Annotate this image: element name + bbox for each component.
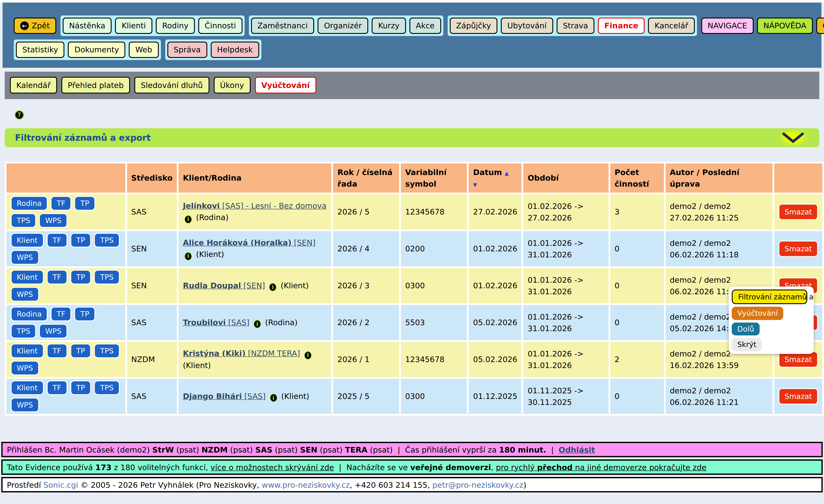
- row-wps-button[interactable]: WPS: [11, 361, 39, 375]
- row-tp-button[interactable]: TP: [70, 343, 91, 358]
- row-tp-button[interactable]: TP: [75, 306, 95, 321]
- footer-link[interactable]: pro rychlý: [496, 463, 537, 472]
- nav-item-nastenka[interactable]: Nástěnka: [63, 18, 112, 34]
- tab-sledovani-dluhu[interactable]: Sledování dluhů: [134, 77, 209, 94]
- tab-ukony[interactable]: Úkony: [213, 77, 250, 94]
- info-icon[interactable]: i: [185, 215, 192, 224]
- obdobi-cell: 01.01.2026 -> 31.01.2026: [523, 305, 609, 340]
- nav-item-helpdesk[interactable]: Helpdesk: [210, 41, 259, 58]
- sort-descending-icon[interactable]: ▼: [473, 182, 477, 187]
- delete-button[interactable]: Smazat: [779, 204, 818, 220]
- nav-item-zapujcky[interactable]: Zápůjčky: [449, 18, 497, 34]
- tab-vyuctovani-active[interactable]: Vyúčtování: [255, 77, 316, 94]
- sort-ascending-icon[interactable]: ▲: [505, 170, 509, 176]
- footer-link[interactable]: Odhlásit: [558, 445, 595, 454]
- table-row: Rodina TF TP TPS WPS SAS Troubilovi [SAS…: [6, 305, 822, 340]
- row-tps-button[interactable]: TPS: [94, 343, 120, 358]
- row-tp-button[interactable]: TP: [70, 233, 91, 247]
- row-type-button[interactable]: Rodina: [11, 306, 47, 321]
- row-tf-button[interactable]: TF: [50, 196, 71, 211]
- row-tf-button[interactable]: TF: [46, 380, 67, 395]
- navigation-button[interactable]: NAVIGACE: [701, 18, 753, 34]
- nav-item-kancelar[interactable]: Kancelář: [648, 18, 695, 34]
- row-wps-button[interactable]: WPS: [11, 397, 39, 412]
- footer-link[interactable]: na jiné demoverze pokračujte zde: [573, 463, 706, 472]
- client-link[interactable]: Troubilovi [SAS]: [183, 318, 249, 327]
- row-tps-button[interactable]: TPS: [94, 380, 120, 395]
- table-row: Rodina TF TP TPS WPS SAS Jelínkovi [SAS]…: [6, 194, 822, 229]
- delete-button[interactable]: Smazat: [779, 240, 818, 257]
- context-menu-item-skryt[interactable]: Skrýt: [732, 338, 762, 351]
- row-tps-button[interactable]: TPS: [94, 270, 120, 284]
- footer-link[interactable]: www.pro-neziskovky.cz: [262, 480, 350, 489]
- nav-item-ubytovani[interactable]: Ubytování: [501, 18, 553, 34]
- nav-item-finance-active[interactable]: Finance: [598, 18, 645, 34]
- row-type-button[interactable]: Klient: [11, 233, 43, 247]
- chevron-down-icon[interactable]: [778, 129, 808, 146]
- row-type-button[interactable]: Rodina: [11, 196, 47, 211]
- row-tf-button[interactable]: TF: [46, 233, 67, 247]
- help-button[interactable]: NÁPOVĚDA: [757, 18, 813, 34]
- info-icon[interactable]: i: [269, 283, 277, 291]
- info-icon[interactable]: i: [253, 320, 261, 328]
- nav-row-1: ← Zpět Nástěnka Klienti Rodiny Činnosti …: [14, 15, 821, 36]
- logout-button[interactable]: ODHLÁSIT: [816, 18, 824, 34]
- row-type-button[interactable]: Klient: [11, 270, 43, 284]
- info-icon[interactable]: i: [185, 252, 192, 260]
- client-link[interactable]: Django Bihári [SAS]: [183, 392, 266, 401]
- row-tps-button[interactable]: TPS: [11, 213, 36, 228]
- row-tp-button[interactable]: TP: [70, 270, 91, 284]
- nav-item-kurzy[interactable]: Kurzy: [372, 18, 406, 34]
- row-tp-button[interactable]: TP: [75, 196, 95, 211]
- table-row: Klient TF TP TPS WPS SEN Alice Horáková …: [6, 231, 822, 266]
- row-tf-button[interactable]: TF: [46, 343, 67, 358]
- nav-item-akce[interactable]: Akce: [409, 18, 441, 34]
- row-tp-button[interactable]: TP: [70, 380, 91, 395]
- nav-item-organizer[interactable]: Organizér: [318, 18, 368, 34]
- row-type-button[interactable]: Klient: [11, 343, 43, 358]
- row-wps-button[interactable]: WPS: [39, 213, 68, 228]
- rok-rada-cell: 2026 / 3: [333, 268, 399, 303]
- row-type-button[interactable]: Klient: [11, 380, 43, 395]
- client-link[interactable]: Rudla Doupal [SEN]: [183, 281, 265, 290]
- row-wps-button[interactable]: WPS: [11, 250, 39, 264]
- delete-button[interactable]: Smazat: [779, 388, 818, 404]
- row-tps-button[interactable]: TPS: [94, 233, 120, 247]
- nav-item-zamestnanci[interactable]: Zaměstnanci: [251, 18, 314, 34]
- client-link[interactable]: Jelínkovi [SAS] - Lesní - Bez domova: [183, 202, 327, 211]
- nav-item-statistiky[interactable]: Statistiky: [16, 41, 65, 58]
- nav-item-rodiny[interactable]: Rodiny: [156, 18, 195, 34]
- row-tps-button[interactable]: TPS: [11, 324, 36, 338]
- footer-link[interactable]: petr@pro-neziskovky.cz: [432, 480, 523, 489]
- client-kind-label: (Klient): [183, 361, 211, 370]
- tab-kalendar[interactable]: Kalendář: [10, 77, 57, 94]
- row-tf-button[interactable]: TF: [50, 306, 71, 321]
- context-menu-item-dolu[interactable]: Dolů: [732, 323, 760, 336]
- stredisko-cell: NZDM: [127, 342, 177, 377]
- nav-item-cinnosti[interactable]: Činnosti: [198, 18, 242, 34]
- nav-item-klienti[interactable]: Klienti: [115, 18, 152, 34]
- client-link[interactable]: Kristýna (Kiki) [NZDM TERA]: [183, 349, 300, 358]
- row-wps-button[interactable]: WPS: [11, 287, 39, 301]
- context-menu-item-filtrovani[interactable]: Filtrování záznamů a: [732, 289, 807, 304]
- client-link[interactable]: Alice Horáková (Horalka) [SEN]: [183, 238, 315, 247]
- page-help-icon[interactable]: ?: [15, 110, 24, 119]
- nav-item-dokumenty[interactable]: Dokumenty: [68, 41, 125, 58]
- nav-item-web[interactable]: Web: [129, 41, 159, 58]
- nav-item-sprava[interactable]: Správa: [167, 41, 207, 58]
- nav-item-strava[interactable]: Strava: [556, 18, 594, 34]
- info-icon[interactable]: i: [304, 351, 312, 359]
- filter-export-bar[interactable]: Filtrování záznamů a export: [5, 128, 819, 147]
- footer-link[interactable]: více o možnostech skrývání zde: [210, 463, 334, 472]
- context-menu-item-vyuctovani[interactable]: Vyúčtování: [732, 307, 784, 320]
- row-wps-button[interactable]: WPS: [39, 324, 68, 338]
- row-tf-button[interactable]: TF: [46, 270, 67, 284]
- rok-rada-cell: 2025 / 5: [333, 379, 399, 414]
- footer-text: ,: [491, 463, 496, 472]
- info-icon[interactable]: i: [270, 394, 277, 402]
- tab-prehled-plateb[interactable]: Přehled plateb: [62, 77, 130, 94]
- footer-text: TERA: [345, 445, 368, 454]
- back-button[interactable]: ← Zpět: [14, 18, 56, 34]
- footer-link[interactable]: přechod: [537, 463, 573, 472]
- footer-link[interactable]: Sonic.cgi: [43, 480, 78, 489]
